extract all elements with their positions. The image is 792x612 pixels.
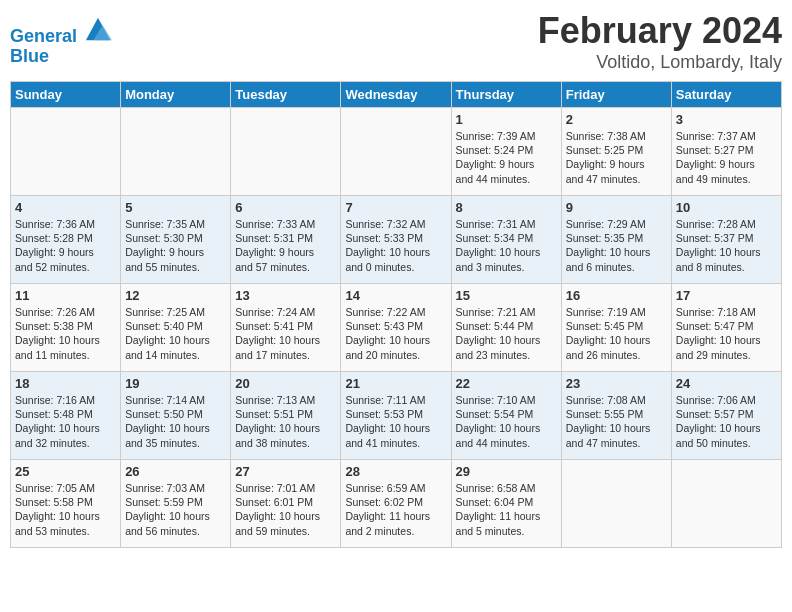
day-info: Sunrise: 7:05 AMSunset: 5:58 PMDaylight:… — [15, 481, 116, 538]
day-number: 15 — [456, 288, 557, 303]
day-number: 9 — [566, 200, 667, 215]
day-info: Sunrise: 7:28 AMSunset: 5:37 PMDaylight:… — [676, 217, 777, 274]
day-info: Sunrise: 7:36 AMSunset: 5:28 PMDaylight:… — [15, 217, 116, 274]
day-cell: 20Sunrise: 7:13 AMSunset: 5:51 PMDayligh… — [231, 372, 341, 460]
logo-general: General — [10, 26, 77, 46]
day-number: 2 — [566, 112, 667, 127]
day-number: 1 — [456, 112, 557, 127]
day-cell: 24Sunrise: 7:06 AMSunset: 5:57 PMDayligh… — [671, 372, 781, 460]
day-number: 26 — [125, 464, 226, 479]
day-info: Sunrise: 7:16 AMSunset: 5:48 PMDaylight:… — [15, 393, 116, 450]
day-cell: 23Sunrise: 7:08 AMSunset: 5:55 PMDayligh… — [561, 372, 671, 460]
day-info: Sunrise: 7:38 AMSunset: 5:25 PMDaylight:… — [566, 129, 667, 186]
logo-text: General — [10, 14, 112, 47]
day-number: 11 — [15, 288, 116, 303]
day-info: Sunrise: 7:35 AMSunset: 5:30 PMDaylight:… — [125, 217, 226, 274]
day-number: 21 — [345, 376, 446, 391]
day-cell: 13Sunrise: 7:24 AMSunset: 5:41 PMDayligh… — [231, 284, 341, 372]
day-cell: 29Sunrise: 6:58 AMSunset: 6:04 PMDayligh… — [451, 460, 561, 548]
day-info: Sunrise: 6:58 AMSunset: 6:04 PMDaylight:… — [456, 481, 557, 538]
day-info: Sunrise: 6:59 AMSunset: 6:02 PMDaylight:… — [345, 481, 446, 538]
day-number: 3 — [676, 112, 777, 127]
day-cell: 25Sunrise: 7:05 AMSunset: 5:58 PMDayligh… — [11, 460, 121, 548]
day-info: Sunrise: 7:21 AMSunset: 5:44 PMDaylight:… — [456, 305, 557, 362]
week-row-1: 1Sunrise: 7:39 AMSunset: 5:24 PMDaylight… — [11, 108, 782, 196]
day-number: 7 — [345, 200, 446, 215]
day-info: Sunrise: 7:10 AMSunset: 5:54 PMDaylight:… — [456, 393, 557, 450]
col-header-sunday: Sunday — [11, 82, 121, 108]
day-cell — [121, 108, 231, 196]
day-number: 22 — [456, 376, 557, 391]
day-info: Sunrise: 7:08 AMSunset: 5:55 PMDaylight:… — [566, 393, 667, 450]
day-cell: 5Sunrise: 7:35 AMSunset: 5:30 PMDaylight… — [121, 196, 231, 284]
day-info: Sunrise: 7:01 AMSunset: 6:01 PMDaylight:… — [235, 481, 336, 538]
day-info: Sunrise: 7:19 AMSunset: 5:45 PMDaylight:… — [566, 305, 667, 362]
day-cell: 4Sunrise: 7:36 AMSunset: 5:28 PMDaylight… — [11, 196, 121, 284]
day-cell: 2Sunrise: 7:38 AMSunset: 5:25 PMDaylight… — [561, 108, 671, 196]
day-cell: 26Sunrise: 7:03 AMSunset: 5:59 PMDayligh… — [121, 460, 231, 548]
day-cell: 14Sunrise: 7:22 AMSunset: 5:43 PMDayligh… — [341, 284, 451, 372]
day-cell: 17Sunrise: 7:18 AMSunset: 5:47 PMDayligh… — [671, 284, 781, 372]
day-info: Sunrise: 7:33 AMSunset: 5:31 PMDaylight:… — [235, 217, 336, 274]
week-row-4: 18Sunrise: 7:16 AMSunset: 5:48 PMDayligh… — [11, 372, 782, 460]
day-cell: 15Sunrise: 7:21 AMSunset: 5:44 PMDayligh… — [451, 284, 561, 372]
day-info: Sunrise: 7:32 AMSunset: 5:33 PMDaylight:… — [345, 217, 446, 274]
day-cell: 27Sunrise: 7:01 AMSunset: 6:01 PMDayligh… — [231, 460, 341, 548]
day-number: 24 — [676, 376, 777, 391]
day-info: Sunrise: 7:22 AMSunset: 5:43 PMDaylight:… — [345, 305, 446, 362]
day-number: 16 — [566, 288, 667, 303]
day-number: 5 — [125, 200, 226, 215]
day-cell: 16Sunrise: 7:19 AMSunset: 5:45 PMDayligh… — [561, 284, 671, 372]
day-cell — [231, 108, 341, 196]
day-number: 13 — [235, 288, 336, 303]
day-cell — [561, 460, 671, 548]
day-info: Sunrise: 7:11 AMSunset: 5:53 PMDaylight:… — [345, 393, 446, 450]
day-number: 23 — [566, 376, 667, 391]
day-number: 20 — [235, 376, 336, 391]
day-number: 4 — [15, 200, 116, 215]
day-info: Sunrise: 7:25 AMSunset: 5:40 PMDaylight:… — [125, 305, 226, 362]
day-info: Sunrise: 7:39 AMSunset: 5:24 PMDaylight:… — [456, 129, 557, 186]
day-number: 25 — [15, 464, 116, 479]
day-info: Sunrise: 7:37 AMSunset: 5:27 PMDaylight:… — [676, 129, 777, 186]
day-cell: 11Sunrise: 7:26 AMSunset: 5:38 PMDayligh… — [11, 284, 121, 372]
calendar-table: SundayMondayTuesdayWednesdayThursdayFrid… — [10, 81, 782, 548]
day-number: 6 — [235, 200, 336, 215]
logo-icon — [84, 14, 112, 42]
day-cell: 12Sunrise: 7:25 AMSunset: 5:40 PMDayligh… — [121, 284, 231, 372]
day-info: Sunrise: 7:13 AMSunset: 5:51 PMDaylight:… — [235, 393, 336, 450]
day-number: 28 — [345, 464, 446, 479]
logo-blue: Blue — [10, 47, 112, 67]
day-number: 19 — [125, 376, 226, 391]
day-cell: 21Sunrise: 7:11 AMSunset: 5:53 PMDayligh… — [341, 372, 451, 460]
col-header-saturday: Saturday — [671, 82, 781, 108]
col-header-thursday: Thursday — [451, 82, 561, 108]
day-cell: 9Sunrise: 7:29 AMSunset: 5:35 PMDaylight… — [561, 196, 671, 284]
day-number: 18 — [15, 376, 116, 391]
day-number: 8 — [456, 200, 557, 215]
day-info: Sunrise: 7:24 AMSunset: 5:41 PMDaylight:… — [235, 305, 336, 362]
day-info: Sunrise: 7:26 AMSunset: 5:38 PMDaylight:… — [15, 305, 116, 362]
page-header: General Blue February 2024 Voltido, Lomb… — [10, 10, 782, 73]
day-info: Sunrise: 7:29 AMSunset: 5:35 PMDaylight:… — [566, 217, 667, 274]
day-number: 29 — [456, 464, 557, 479]
day-info: Sunrise: 7:14 AMSunset: 5:50 PMDaylight:… — [125, 393, 226, 450]
day-cell: 22Sunrise: 7:10 AMSunset: 5:54 PMDayligh… — [451, 372, 561, 460]
day-number: 27 — [235, 464, 336, 479]
title-block: February 2024 Voltido, Lombardy, Italy — [538, 10, 782, 73]
week-row-5: 25Sunrise: 7:05 AMSunset: 5:58 PMDayligh… — [11, 460, 782, 548]
col-header-monday: Monday — [121, 82, 231, 108]
week-row-2: 4Sunrise: 7:36 AMSunset: 5:28 PMDaylight… — [11, 196, 782, 284]
day-cell: 7Sunrise: 7:32 AMSunset: 5:33 PMDaylight… — [341, 196, 451, 284]
day-cell: 10Sunrise: 7:28 AMSunset: 5:37 PMDayligh… — [671, 196, 781, 284]
day-cell: 18Sunrise: 7:16 AMSunset: 5:48 PMDayligh… — [11, 372, 121, 460]
day-cell: 28Sunrise: 6:59 AMSunset: 6:02 PMDayligh… — [341, 460, 451, 548]
day-cell: 8Sunrise: 7:31 AMSunset: 5:34 PMDaylight… — [451, 196, 561, 284]
col-header-friday: Friday — [561, 82, 671, 108]
day-number: 10 — [676, 200, 777, 215]
week-row-3: 11Sunrise: 7:26 AMSunset: 5:38 PMDayligh… — [11, 284, 782, 372]
main-title: February 2024 — [538, 10, 782, 52]
day-info: Sunrise: 7:31 AMSunset: 5:34 PMDaylight:… — [456, 217, 557, 274]
day-cell: 3Sunrise: 7:37 AMSunset: 5:27 PMDaylight… — [671, 108, 781, 196]
day-number: 17 — [676, 288, 777, 303]
